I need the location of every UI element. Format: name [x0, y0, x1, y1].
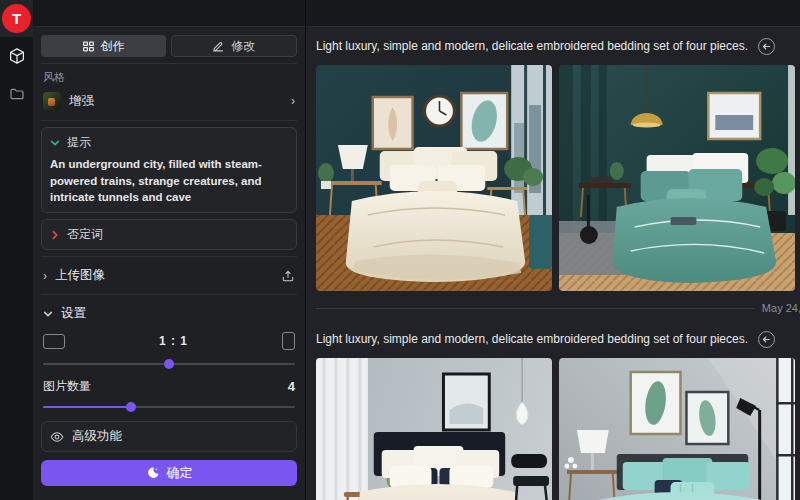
aspect-ratio-slider[interactable]: [43, 358, 295, 370]
portrait-frame-icon: [282, 332, 295, 350]
divider: [41, 294, 297, 295]
chevron-down-icon: [50, 138, 60, 148]
negative-box[interactable]: 否定词: [41, 219, 297, 250]
prompt-box[interactable]: 提示 An underground city, filled with stea…: [41, 127, 297, 213]
style-label: 风格: [43, 70, 297, 85]
advanced-features-box[interactable]: 高级功能: [41, 421, 297, 452]
feed-top-strip: [306, 0, 800, 27]
eye-icon: [50, 430, 64, 444]
upload-image-row[interactable]: › 上传图像: [41, 263, 297, 288]
feed-prompt-text: Light luxury, simple and modern, delicat…: [316, 332, 748, 346]
tab-modify[interactable]: 修改: [171, 35, 298, 57]
slider-thumb[interactable]: [126, 402, 136, 412]
advanced-features-label: 高级功能: [72, 428, 288, 445]
generated-image-4[interactable]: [559, 358, 795, 500]
brand-avatar[interactable]: T: [2, 4, 31, 33]
date-divider: May 24,: [316, 296, 795, 320]
magic-moon-icon: [146, 466, 160, 480]
divider-line: [316, 308, 754, 309]
chevron-right-icon: ›: [291, 94, 295, 108]
prompt-input[interactable]: An underground city, filled with steam-p…: [50, 156, 288, 206]
divider: [41, 120, 297, 121]
bedroom-illustration: [559, 65, 795, 291]
divider: [41, 256, 297, 257]
upload-label: 上传图像: [55, 267, 273, 284]
upload-icon: [281, 269, 295, 283]
image-count-value: 4: [288, 379, 295, 394]
reuse-prompt-button[interactable]: [758, 331, 775, 348]
edit-pencil-icon: [212, 40, 225, 53]
bedroom-illustration: [316, 358, 552, 500]
slider-thumb[interactable]: [164, 359, 174, 369]
date-label: May 24,: [762, 302, 800, 314]
image-count-row: 图片数量 4: [41, 374, 297, 395]
generated-image-2[interactable]: [559, 65, 795, 291]
confirm-button[interactable]: 确定: [41, 460, 297, 486]
arrow-left-circle-icon: [762, 42, 771, 51]
negative-header[interactable]: 否定词: [50, 226, 288, 243]
chevron-right-icon: [50, 230, 60, 240]
chevron-down-icon: [43, 309, 53, 319]
bedroom-illustration: [559, 358, 795, 500]
feed-prompt-row: Light luxury, simple and modern, delicat…: [316, 324, 795, 354]
logo-cell: T: [0, 0, 33, 37]
folder-icon: [9, 86, 25, 102]
style-thumbnail: [43, 92, 61, 110]
divider: [41, 63, 297, 64]
style-selector[interactable]: 增强 ›: [41, 88, 297, 114]
arrow-left-circle-icon: [762, 335, 771, 344]
tab-create-label: 创作: [101, 38, 125, 55]
image-grid: [316, 65, 795, 291]
tab-create[interactable]: 创作: [41, 35, 166, 57]
negative-label: 否定词: [67, 226, 103, 243]
chevron-right-icon: ›: [43, 269, 47, 283]
image-grid: [316, 358, 795, 500]
aspect-ratio-value: 1 : 1: [65, 334, 282, 348]
image-count-label: 图片数量: [43, 378, 91, 395]
rail-item-models[interactable]: [0, 37, 33, 75]
aspect-ratio-row: 1 : 1: [41, 326, 297, 352]
settings-row[interactable]: 设置: [41, 301, 297, 326]
panel-top-strip: [33, 0, 305, 27]
prompt-header[interactable]: 提示: [50, 134, 288, 151]
feed-prompt-row: Light luxury, simple and modern, delicat…: [316, 31, 795, 61]
results-feed: Light luxury, simple and modern, delicat…: [306, 0, 800, 500]
app-window: T 创作: [0, 0, 800, 500]
advanced-features-row[interactable]: 高级功能: [50, 427, 288, 446]
landscape-frame-icon: [43, 334, 65, 349]
generated-image-3[interactable]: [316, 358, 552, 500]
control-panel: 创作 修改 风格 增强 › 提示: [33, 0, 306, 500]
feed-prompt-text: Light luxury, simple and modern, delicat…: [316, 39, 748, 53]
prompt-label: 提示: [67, 134, 91, 151]
left-rail: T: [0, 0, 33, 500]
settings-label: 设置: [61, 305, 295, 322]
style-value: 增强: [69, 93, 283, 110]
slider-fill: [43, 406, 131, 408]
confirm-label: 确定: [167, 464, 193, 482]
grid-blocks-icon: [82, 40, 95, 53]
rail-item-files[interactable]: [0, 75, 33, 113]
generated-image-1[interactable]: [316, 65, 552, 291]
cube-icon: [8, 47, 26, 65]
reuse-prompt-button[interactable]: [758, 38, 775, 55]
bedroom-illustration: [316, 65, 552, 291]
image-count-slider[interactable]: [43, 401, 295, 413]
tab-modify-label: 修改: [231, 38, 255, 55]
mode-tabs: 创作 修改: [41, 35, 297, 57]
